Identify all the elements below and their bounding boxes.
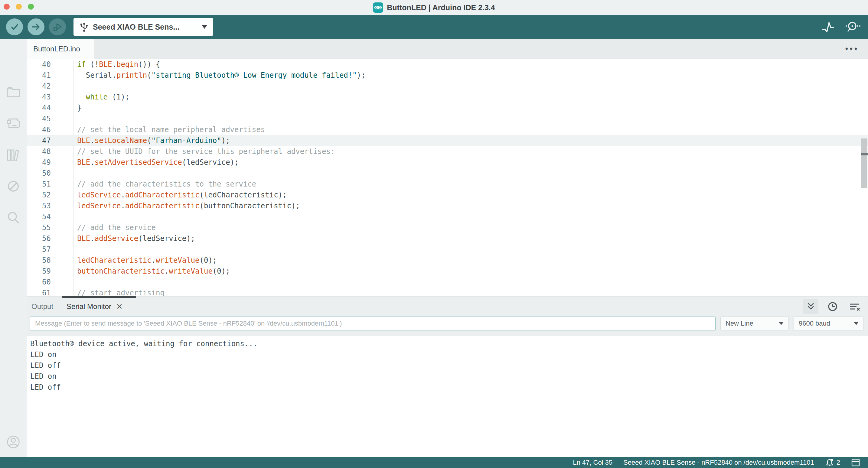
baud-rate-dropdown[interactable]: 9600 baud bbox=[794, 316, 864, 331]
editor-tabstrip: ButtonLED.ino ••• bbox=[27, 39, 868, 59]
chevron-down-icon bbox=[779, 322, 784, 325]
code-line[interactable]: 45 bbox=[27, 113, 868, 124]
code-text: ledService.addCharacteristic(ledCharacte… bbox=[51, 190, 287, 200]
sidebar-item-boards-manager[interactable] bbox=[6, 116, 21, 131]
editor-more-actions-button[interactable]: ••• bbox=[845, 39, 859, 59]
line-number: 42 bbox=[27, 81, 51, 92]
board-selector-dropdown[interactable]: Seeed XIAO BLE Sens... bbox=[73, 18, 213, 36]
code-line[interactable]: 58 ledCharacteristic.writeValue(0); bbox=[27, 255, 868, 266]
sidebar-item-sketchbook[interactable] bbox=[6, 85, 21, 99]
code-text: // set the local name peripheral adverti… bbox=[51, 124, 265, 135]
serial-output-line: LED off bbox=[30, 360, 868, 371]
code-line[interactable]: 57 bbox=[27, 244, 868, 255]
code-line[interactable]: 40 if (!BLE.begin()) { bbox=[27, 59, 868, 70]
line-ending-dropdown[interactable]: New Line bbox=[720, 316, 789, 331]
board-icon bbox=[6, 117, 21, 130]
debug-disabled-icon bbox=[6, 179, 20, 193]
activity-sidebar bbox=[0, 39, 27, 457]
code-line[interactable]: 60 bbox=[27, 277, 868, 287]
notifications-button[interactable]: 2 bbox=[825, 458, 840, 467]
tab-buttonled-ino[interactable]: ButtonLED.ino bbox=[27, 39, 94, 59]
serial-output-line: Bluetooth® device active, waiting for co… bbox=[30, 338, 868, 349]
serial-monitor-button[interactable] bbox=[844, 20, 861, 34]
code-text: // start advertising bbox=[51, 287, 164, 296]
panel-actions bbox=[803, 299, 862, 314]
serial-output-line: LED off bbox=[30, 382, 868, 393]
toolbar: Seeed XIAO BLE Sens... bbox=[0, 15, 868, 39]
toggle-timestamp-button[interactable] bbox=[825, 299, 840, 314]
code-line[interactable]: 41 Serial.println("starting Bluetooth® L… bbox=[27, 70, 868, 81]
tab-output[interactable]: Output bbox=[31, 302, 53, 311]
line-number: 57 bbox=[27, 244, 51, 255]
code-line[interactable]: 52 ledService.addCharacteristic(ledChara… bbox=[27, 190, 868, 200]
code-line[interactable]: 44 } bbox=[27, 102, 868, 113]
baud-rate-value: 9600 baud bbox=[799, 319, 830, 327]
code-line[interactable]: 53 ledService.addCharacteristic(buttonCh… bbox=[27, 200, 868, 211]
code-text bbox=[51, 168, 68, 179]
line-number: 53 bbox=[27, 200, 51, 211]
window-title: ButtonLED | Arduino IDE 2.3.4 bbox=[387, 3, 495, 12]
code-text bbox=[51, 113, 68, 124]
code-line[interactable]: 49 BLE.setAdvertisedService(ledService); bbox=[27, 157, 868, 168]
code-text bbox=[51, 211, 68, 222]
panel-layout-icon bbox=[851, 458, 860, 467]
clear-output-button[interactable] bbox=[847, 299, 862, 314]
arrow-right-icon bbox=[31, 22, 41, 32]
window-title-group: ButtonLED | Arduino IDE 2.3.4 bbox=[0, 0, 868, 15]
serial-message-input[interactable] bbox=[30, 316, 716, 331]
sidebar-item-debug[interactable] bbox=[6, 179, 21, 193]
code-line[interactable]: 48 // set the UUID for the service this … bbox=[27, 146, 868, 157]
editor-vertical-scrollbar[interactable] bbox=[861, 138, 867, 188]
code-line[interactable]: 54 bbox=[27, 211, 868, 222]
line-number: 61 bbox=[27, 287, 51, 296]
line-number: 51 bbox=[27, 179, 51, 190]
line-number: 56 bbox=[27, 233, 51, 244]
chevron-down-icon bbox=[202, 25, 207, 29]
collapse-panel-button[interactable] bbox=[803, 299, 818, 314]
serial-output-area[interactable]: Bluetooth® device active, waiting for co… bbox=[27, 336, 868, 458]
sidebar-item-account[interactable] bbox=[6, 435, 21, 449]
line-number: 58 bbox=[27, 255, 51, 266]
code-line[interactable]: 55 // add the service bbox=[27, 222, 868, 233]
code-text: // set the UUID for the service this per… bbox=[51, 146, 335, 157]
toggle-panel-button[interactable] bbox=[851, 458, 860, 467]
code-line[interactable]: 56 BLE.addService(ledService); bbox=[27, 233, 868, 244]
cursor-position[interactable]: Ln 47, Col 35 bbox=[573, 459, 613, 467]
serial-input-row: New Line 9600 baud bbox=[27, 316, 868, 331]
search-icon bbox=[6, 211, 20, 225]
line-number: 45 bbox=[27, 113, 51, 124]
panel-tabs: Output Serial Monitor ✕ bbox=[31, 297, 123, 316]
code-line[interactable]: 61 // start advertising bbox=[27, 287, 868, 296]
tab-serial-monitor[interactable]: Serial Monitor ✕ bbox=[66, 302, 123, 311]
bottom-panel: Output Serial Monitor ✕ bbox=[27, 296, 868, 458]
code-line[interactable]: 59 buttonCharacteristic.writeValue(0); bbox=[27, 266, 868, 277]
code-editor[interactable]: 40 if (!BLE.begin()) {41 Serial.println(… bbox=[27, 59, 868, 296]
code-lines-container: 40 if (!BLE.begin()) {41 Serial.println(… bbox=[27, 59, 868, 296]
verify-button[interactable] bbox=[6, 19, 23, 35]
check-icon bbox=[9, 22, 20, 32]
upload-button[interactable] bbox=[28, 19, 44, 35]
code-line[interactable]: 43 while (1); bbox=[27, 92, 868, 102]
code-line[interactable]: 47 BLE.setLocalName("Farhan-Arduino"); bbox=[27, 135, 868, 146]
code-line[interactable]: 51 // add the characteristics to the ser… bbox=[27, 179, 868, 190]
serial-output-line: LED on bbox=[30, 371, 868, 382]
code-line[interactable]: 50 bbox=[27, 168, 868, 179]
tab-serial-monitor-label: Serial Monitor bbox=[66, 302, 111, 311]
debug-play-bug-icon bbox=[52, 22, 63, 32]
line-number: 46 bbox=[27, 124, 51, 135]
serial-plotter-button[interactable] bbox=[821, 20, 835, 34]
debug-button[interactable] bbox=[49, 19, 66, 35]
board-port-status[interactable]: Seeed XIAO BLE Sense - nRF52840 on /dev/… bbox=[623, 459, 814, 467]
sidebar-item-library-manager[interactable] bbox=[6, 148, 21, 162]
code-line[interactable]: 42 bbox=[27, 81, 868, 92]
close-icon[interactable]: ✕ bbox=[116, 302, 123, 311]
code-text: ledService.addCharacteristic(buttonChara… bbox=[51, 200, 300, 211]
code-text: BLE.addService(ledService); bbox=[51, 233, 195, 244]
line-number: 52 bbox=[27, 190, 51, 200]
line-number: 43 bbox=[27, 92, 51, 102]
line-number: 50 bbox=[27, 168, 51, 179]
line-number: 48 bbox=[27, 146, 51, 157]
sidebar-item-search[interactable] bbox=[6, 211, 21, 225]
bell-icon bbox=[825, 458, 834, 467]
code-line[interactable]: 46 // set the local name peripheral adve… bbox=[27, 124, 868, 135]
